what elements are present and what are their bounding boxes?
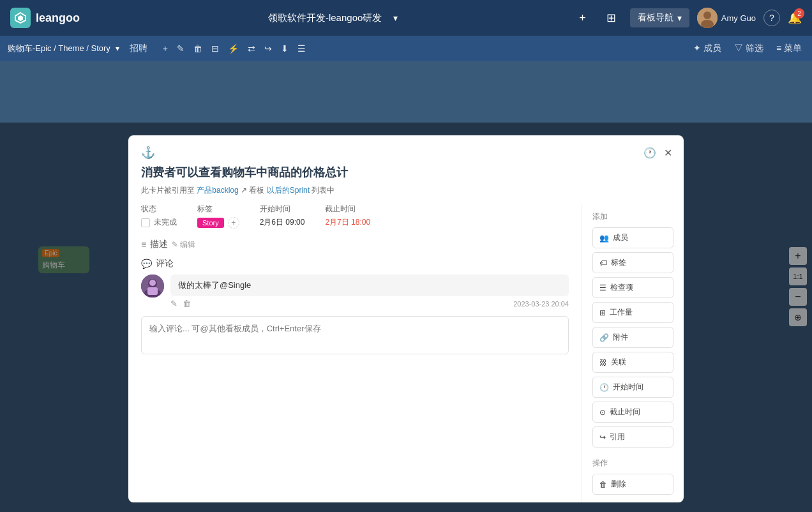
add-tag-btn[interactable]: 🏷 标签	[592, 252, 673, 273]
edit-comment-btn[interactable]: ✎	[170, 299, 177, 308]
collapse-btn[interactable]: ⚡	[225, 42, 241, 55]
edit-btn[interactable]: ✎	[174, 42, 187, 55]
end-time-value[interactable]: 2月7日 18:00	[325, 217, 370, 228]
grid-btn[interactable]: ⊞	[600, 7, 622, 29]
logo-text: leangoo	[36, 11, 80, 25]
sub-nav-right: ✦ 成员 ▽ 筛选 ≡ 菜单	[691, 41, 804, 56]
logo-icon	[10, 8, 31, 28]
end-time-col: 截止时间 2月7日 18:00	[325, 204, 370, 229]
attachment-icon: 🔗	[599, 333, 609, 342]
add-quote-btn[interactable]: ↪ 引用	[592, 426, 673, 448]
members-btn[interactable]: ✦ 成员	[691, 41, 724, 56]
add-btn[interactable]: +	[573, 8, 592, 29]
edit-icon: ✎	[172, 240, 178, 249]
add-relation-btn[interactable]: ⛓ 关联	[592, 352, 673, 373]
breadcrumb: 购物车-Epic / Theme / Story ▾	[8, 43, 122, 54]
svg-marker-1	[18, 15, 23, 21]
modal-header: ⚓ 消费者可以查看购物车中商品的价格总计 此卡片被引用至 产品backlog ↗…	[128, 135, 684, 204]
notification-btn[interactable]: 🔔 2	[788, 11, 802, 25]
description-icon: ≡	[141, 239, 146, 250]
modal-title: 消费者可以查看购物车中商品的价格总计	[141, 165, 671, 180]
status-row: 状态 未完成 标签 Story +	[141, 204, 569, 229]
status-col: 状态 未完成	[141, 204, 177, 229]
svg-point-8	[149, 280, 156, 286]
tag-label: 标签	[197, 204, 239, 215]
table-btn[interactable]: ⊟	[209, 42, 222, 55]
comment-item: 做的太棒了@Single ✎ 🗑 2023-03-23 20:04	[141, 275, 569, 308]
workload-icon: ⊞	[599, 308, 606, 317]
sprint-link[interactable]: 以后的Sprint	[267, 186, 310, 195]
project-dropdown-btn[interactable]: ▾	[387, 9, 404, 27]
add-member-btn[interactable]: 👥 成员	[592, 227, 673, 248]
filter-btn[interactable]: ▽ 筛选	[732, 41, 766, 56]
backlog-link[interactable]: 产品backlog	[197, 186, 238, 195]
tag-icon: 🏷	[599, 259, 607, 267]
end-time-icon: ⊙	[599, 408, 606, 417]
operations-title: 操作	[592, 458, 673, 469]
nav-center: 领歌软件开发-leangoo研发 ▾	[107, 9, 565, 27]
operations-section: 操作 🗑 删除	[592, 458, 673, 495]
description-section: ≡ 描述 ✎ 编辑	[141, 239, 569, 250]
add-card-btn[interactable]: +	[160, 42, 170, 55]
quote-icon: ↪	[599, 433, 606, 442]
comment-section-title: 💬 评论	[141, 258, 569, 269]
recruit-btn[interactable]: 招聘	[127, 41, 150, 56]
sub-navbar: 购物车-Epic / Theme / Story ▾ 招聘 + ✎ 🗑 ⊟ ⚡ …	[0, 36, 812, 61]
comment-icon: 💬	[141, 259, 152, 269]
forward-btn[interactable]: ↪	[262, 42, 274, 55]
comment-time: 2023-03-23 20:04	[513, 300, 569, 308]
status-checkbox[interactable]	[141, 218, 150, 227]
checklist-icon: ☰	[599, 283, 606, 292]
add-workload-btn[interactable]: ⊞ 工作量	[592, 302, 673, 323]
start-time-icon: 🕐	[599, 383, 609, 392]
status-label: 状态	[141, 204, 177, 215]
tag-value: Story +	[197, 217, 239, 229]
delete-card-btn[interactable]: 🗑 删除	[592, 474, 673, 495]
modal-ref: 此卡片被引用至 产品backlog ↗ 看板 以后的Sprint 列表中	[141, 185, 671, 196]
svg-point-3	[703, 11, 711, 19]
comment-text: 做的太棒了@Single	[170, 275, 569, 296]
list-btn[interactable]: ☰	[295, 42, 308, 55]
user-name: Amy Guo	[721, 13, 756, 23]
logo-area[interactable]: leangoo	[10, 8, 100, 28]
start-time-value[interactable]: 2月6日 09:00	[260, 217, 305, 228]
modal-main: 状态 未完成 标签 Story +	[128, 204, 582, 502]
tag-story[interactable]: Story	[197, 218, 224, 228]
user-profile-btn[interactable]: Amy Guo	[697, 8, 756, 28]
download-btn[interactable]: ⬇	[278, 42, 291, 55]
comment-input[interactable]	[141, 316, 569, 354]
add-attachment-btn[interactable]: 🔗 附件	[592, 327, 673, 348]
nav-right: + ⊞ 看板导航 ▾ Amy Guo ? 🔔 2	[573, 7, 802, 29]
board-nav-label: 看板导航	[638, 12, 673, 24]
menu-btn[interactable]: ≡ 菜单	[774, 41, 804, 56]
commenter-avatar	[141, 275, 164, 297]
anchor-icon: ⚓	[141, 146, 671, 160]
comments-section: 💬 评论	[141, 258, 569, 357]
comment-label: 评论	[156, 258, 174, 269]
modal-overlay: 🕐 ✕ ⚓ 消费者可以查看购物车中商品的价格总计 此卡片被引用至 产品backl…	[0, 123, 812, 512]
modal-top-actions: 🕐 ✕	[642, 146, 673, 160]
status-value: 未完成	[141, 217, 177, 228]
help-btn[interactable]: ?	[763, 10, 780, 26]
tag-add-btn[interactable]: +	[228, 217, 239, 229]
top-navbar: leangoo 领歌软件开发-leangoo研发 ▾ + ⊞ 看板导航 ▾ Am…	[0, 0, 812, 36]
modal-body: 状态 未完成 标签 Story +	[128, 204, 684, 502]
add-section-title: 添加	[592, 211, 673, 222]
edit-description-btn[interactable]: ✎ 编辑	[172, 239, 195, 250]
board-nav-chevron: ▾	[677, 13, 682, 23]
sub-nav-actions: + ✎ 🗑 ⊟ ⚡ ⇄ ↪ ⬇ ☰	[160, 42, 308, 55]
add-checklist-btn[interactable]: ☰ 检查项	[592, 277, 673, 298]
card-detail-modal: 🕐 ✕ ⚓ 消费者可以查看购物车中商品的价格总计 此卡片被引用至 产品backl…	[128, 135, 684, 502]
history-btn[interactable]: 🕐	[642, 146, 658, 160]
start-time-col: 开始时间 2月6日 09:00	[260, 204, 305, 229]
close-btn[interactable]: ✕	[663, 146, 673, 160]
set-start-time-btn[interactable]: 🕐 开始时间	[592, 377, 673, 398]
swap-btn[interactable]: ⇄	[245, 42, 258, 55]
svg-rect-9	[147, 287, 158, 295]
set-end-time-btn[interactable]: ⊙ 截止时间	[592, 402, 673, 423]
delete-comment-btn[interactable]: 🗑	[183, 299, 191, 308]
delete-btn[interactable]: 🗑	[191, 42, 205, 55]
breadcrumb-dropdown[interactable]: ▾	[113, 43, 122, 54]
end-time-label: 截止时间	[325, 204, 370, 215]
board-nav-btn[interactable]: 看板导航 ▾	[630, 8, 689, 27]
